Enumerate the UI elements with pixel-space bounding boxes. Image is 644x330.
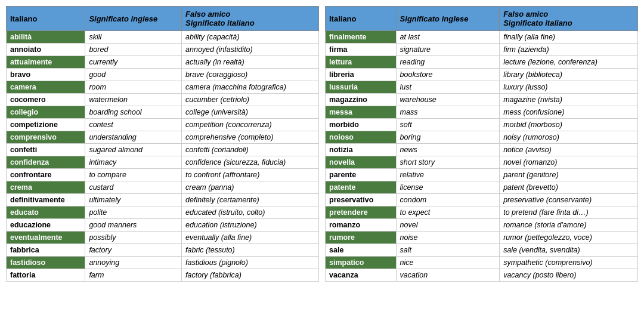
italian-word: attualmente (7, 56, 85, 69)
table-row: eventualmentepossiblyeventually (alla fi… (7, 232, 319, 244)
italian-word: novella (326, 156, 397, 169)
significato-inglese: polite (85, 206, 182, 219)
italian-word: definitivamente (7, 194, 85, 206)
italian-word: pretendere (326, 206, 397, 219)
header-col-0: Italiano (326, 7, 397, 31)
table-row: libreriabookstorelibrary (biblioteca) (326, 69, 638, 81)
italian-word: preservativo (326, 194, 397, 206)
falso-amico: factory (fabbrica) (182, 269, 319, 282)
significato-inglese: nice (396, 257, 500, 269)
significato-inglese: reading (396, 56, 500, 69)
significato-inglese: ultimately (85, 194, 182, 206)
table-row: novellashort storynovel (romanzo) (326, 156, 638, 169)
table-row: attualmentecurrentlyactually (in realtà) (7, 56, 319, 69)
significato-inglese: good manners (85, 219, 182, 232)
falso-amico: romance (storia d'amore) (500, 219, 638, 232)
italian-word: fattoria (7, 269, 85, 282)
table-row: fastidiosoannoyingfastidious (pignolo) (7, 257, 319, 269)
falso-amico: cream (panna) (182, 181, 319, 194)
significato-inglese: contest (85, 119, 182, 131)
italian-word: camera (7, 81, 85, 94)
italian-word: educato (7, 206, 85, 219)
falso-amico: to confront (affrontare) (182, 169, 319, 181)
significato-inglese: bored (85, 44, 182, 56)
significato-inglese: to compare (85, 169, 182, 181)
italian-word: libreria (326, 69, 397, 81)
significato-inglese: signature (396, 44, 500, 56)
falso-amico: sympathetic (comprensivo) (500, 257, 638, 269)
table-row: educatopoliteeducated (istruito, colto) (7, 206, 319, 219)
italian-word: simpatico (326, 257, 397, 269)
table-row: fabbricafactoryfabric (tessuto) (7, 244, 319, 257)
significato-inglese: possibly (85, 232, 182, 244)
italian-word: messa (326, 106, 397, 119)
header-col-1: Significato inglese (396, 7, 500, 31)
italian-word: morbido (326, 119, 397, 131)
table-row: educazionegood mannerseducation (istruzi… (7, 219, 319, 232)
italian-word: sale (326, 244, 397, 257)
falso-amico: definitely (certamente) (182, 194, 319, 206)
falso-amico: annoyed (infastidito) (182, 44, 319, 56)
italian-word: confetti (7, 144, 85, 156)
significato-inglese: skill (85, 31, 182, 44)
falso-amico: novel (romanzo) (500, 156, 638, 169)
table-row: pretendereto expectto pretend (fare fint… (326, 206, 638, 219)
falso-amico: college (università) (182, 106, 319, 119)
table-row: letturareadinglecture (lezione, conferen… (326, 56, 638, 69)
table-row: cameraroomcamera (macchina fotografica) (7, 81, 319, 94)
table-row: preservativocondompreservative (conserva… (326, 194, 638, 206)
table-row: magazzinowarehousemagazine (rivista) (326, 94, 638, 106)
significato-inglese: novel (396, 219, 500, 232)
italian-word: confrontare (7, 169, 85, 181)
falso-amico: parent (genitore) (500, 169, 638, 181)
significato-inglese: understanding (85, 131, 182, 144)
italian-word: finalmente (326, 31, 397, 44)
falso-amico: sale (vendita, svendita) (500, 244, 638, 257)
significato-inglese: license (396, 181, 500, 194)
italian-word: comprensivo (7, 131, 85, 144)
falso-amico: library (biblioteca) (500, 69, 638, 81)
falso-amico: education (istruzione) (182, 219, 319, 232)
table-row: firmasignaturefirm (azienda) (326, 44, 638, 56)
significato-inglese: news (396, 144, 500, 156)
italian-word: annoiato (7, 44, 85, 56)
falso-amico: eventually (alla fine) (182, 232, 319, 244)
header-col-0: Italiano (7, 7, 85, 31)
italian-word: cocomero (7, 94, 85, 106)
significato-inglese: currently (85, 56, 182, 69)
italian-word: vacanza (326, 269, 397, 282)
falso-amico: rumor (pettegolezzo, voce) (500, 232, 638, 244)
italian-word: collegio (7, 106, 85, 119)
falso-amico: firm (azienda) (500, 44, 638, 56)
significato-inglese: factory (85, 244, 182, 257)
table-row: salesaltsale (vendita, svendita) (326, 244, 638, 257)
page-container: ItalianoSignificato ingleseFalso amicoSi… (6, 6, 638, 282)
table-row: confidenzaintimacyconfidence (sicurezza,… (7, 156, 319, 169)
table-row: vacanzavacationvacancy (posto libero) (326, 269, 638, 282)
table-row: messamassmess (confusione) (326, 106, 638, 119)
table-row: notizianewsnotice (avviso) (326, 144, 638, 156)
header-col-2: Falso amicoSignificato italiano (182, 7, 319, 31)
falso-amico: confetti (coriandoli) (182, 144, 319, 156)
significato-inglese: boarding school (85, 106, 182, 119)
significato-inglese: custard (85, 181, 182, 194)
table-row: rumorenoiserumor (pettegolezzo, voce) (326, 232, 638, 244)
italian-word: crema (7, 181, 85, 194)
falso-amico: luxury (lusso) (500, 81, 638, 94)
falso-amico: lecture (lezione, conferenza) (500, 56, 638, 69)
significato-inglese: at last (396, 31, 500, 44)
italian-word: lettura (326, 56, 397, 69)
table-row: cocomerowatermeloncucumber (cetriolo) (7, 94, 319, 106)
table-row: comprensivounderstandingcomprehensive (c… (7, 131, 319, 144)
table-row: abilitàskillability (capacità) (7, 31, 319, 44)
falso-amico: noisy (rumoroso) (500, 131, 638, 144)
table-row: morbidosoftmorbid (morboso) (326, 119, 638, 131)
falso-amico: to pretend (fare finta di…) (500, 206, 638, 219)
italian-word: rumore (326, 232, 397, 244)
falso-amico: finally (alla fine) (500, 31, 638, 44)
table-wrapper-0: ItalianoSignificato ingleseFalso amicoSi… (6, 6, 319, 282)
falso-amico: patent (brevetto) (500, 181, 638, 194)
falso-amico: cucumber (cetriolo) (182, 94, 319, 106)
table-row: romanzonovelromance (storia d'amore) (326, 219, 638, 232)
falso-amico: morbid (morboso) (500, 119, 638, 131)
